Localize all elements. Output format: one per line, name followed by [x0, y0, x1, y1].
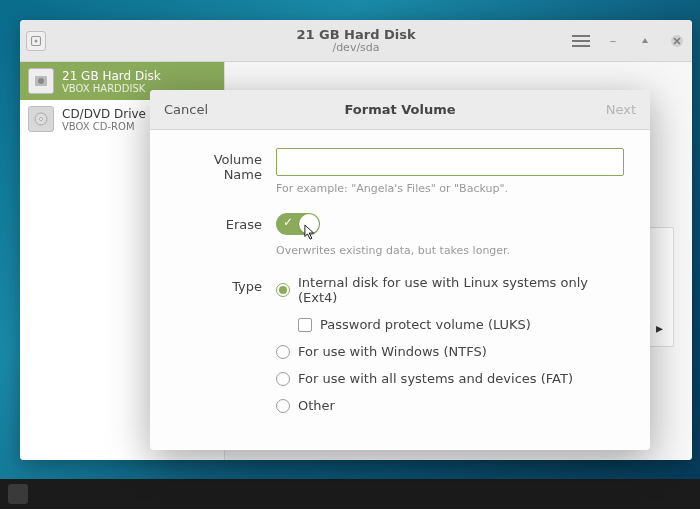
erase-label: Erase: [176, 213, 276, 232]
type-option-label: Other: [298, 398, 335, 413]
type-label: Type: [176, 275, 276, 294]
sidebar-item-label: 21 GB Hard Disk: [62, 69, 161, 83]
type-option-ext4[interactable]: Internal disk for use with Linux systems…: [276, 275, 624, 305]
maximize-button[interactable]: [636, 32, 654, 50]
format-volume-dialog: Cancel Format Volume Next Volume Name Fo…: [150, 90, 650, 450]
volume-name-label: Volume Name: [176, 148, 276, 182]
svg-point-7: [38, 78, 44, 84]
volume-name-hint: For example: "Angela's Files" or "Backup…: [276, 182, 624, 195]
sidebar-item-sub: VBOX HARDDISK: [62, 83, 161, 94]
next-button[interactable]: Next: [606, 102, 636, 117]
erase-toggle[interactable]: [276, 213, 320, 235]
taskbar[interactable]: [0, 479, 700, 509]
titlebar: 21 GB Hard Disk /dev/sda –: [20, 20, 692, 62]
type-option-label: For use with all systems and devices (FA…: [298, 371, 573, 386]
volume-name-input[interactable]: [276, 148, 624, 176]
radio-icon: [276, 399, 290, 413]
dialog-body: Volume Name For example: "Angela's Files…: [150, 130, 650, 450]
minimize-button[interactable]: –: [604, 32, 622, 50]
type-option-fat[interactable]: For use with all systems and devices (FA…: [276, 371, 624, 386]
taskbar-menu-icon[interactable]: [8, 484, 28, 504]
sidebar-item-label: CD/DVD Drive: [62, 107, 146, 121]
radio-icon: [276, 345, 290, 359]
menu-button[interactable]: [572, 35, 590, 47]
dialog-header: Cancel Format Volume Next: [150, 90, 650, 130]
svg-marker-2: [642, 38, 648, 43]
dialog-title: Format Volume: [150, 102, 650, 117]
checkbox-icon: [298, 318, 312, 332]
erase-hint: Overwrites existing data, but takes long…: [276, 244, 624, 257]
radio-icon: [276, 372, 290, 386]
svg-point-1: [35, 39, 38, 42]
radio-icon: [276, 283, 290, 297]
luks-checkbox-row[interactable]: Password protect volume (LUKS): [298, 317, 624, 332]
hard-disk-icon: [28, 68, 54, 94]
optical-disc-icon: [28, 106, 54, 132]
type-option-label: Internal disk for use with Linux systems…: [298, 275, 624, 305]
drive-icon: [26, 31, 46, 51]
cancel-button[interactable]: Cancel: [164, 102, 208, 117]
sidebar-item-sub: VBOX CD-ROM: [62, 121, 146, 132]
type-option-label: For use with Windows (NTFS): [298, 344, 487, 359]
svg-point-9: [40, 118, 43, 121]
luks-label: Password protect volume (LUKS): [320, 317, 531, 332]
type-option-other[interactable]: Other: [276, 398, 624, 413]
close-button[interactable]: [668, 32, 686, 50]
type-option-ntfs[interactable]: For use with Windows (NTFS): [276, 344, 624, 359]
